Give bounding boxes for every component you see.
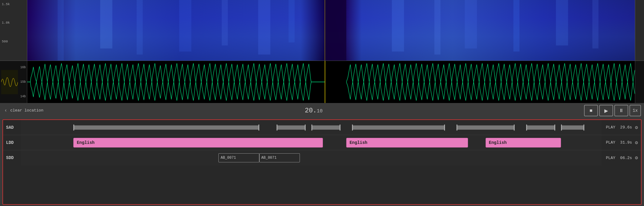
clear-location-label: clear location — [10, 108, 43, 113]
ldd-duration: 31.9s — [618, 140, 632, 145]
speed-badge[interactable]: 1x — [629, 105, 641, 116]
ldd-track[interactable]: English English English — [21, 135, 602, 150]
freq-label-3: 500 — [2, 40, 25, 43]
svg-rect-14 — [556, 0, 568, 45]
ldd-segment-1[interactable]: English — [73, 138, 323, 148]
sdd-segment-2[interactable]: AB_0071 — [259, 153, 300, 162]
sdd-row: SDD AB_0071 AB_0071 PLAY 06.2s ⚙ — [3, 150, 641, 165]
svg-rect-5 — [137, 0, 143, 55]
waveform-sidebar: 16b 15b 14b — [0, 61, 27, 103]
sdd-gear-icon[interactable]: ⚙ — [635, 155, 638, 161]
sad-segment-1 — [73, 125, 259, 130]
stop-icon: ■ — [589, 108, 593, 113]
pause-icon: ⏸ — [619, 108, 624, 113]
ldd-segment-1-text: English — [77, 140, 95, 145]
ldd-segment-3[interactable]: English — [486, 138, 561, 148]
chevron-left-icon: ‹ — [3, 108, 8, 113]
svg-rect-6 — [179, 0, 191, 51]
ldd-gear-icon[interactable]: ⚙ — [635, 140, 638, 146]
spectrogram-canvas[interactable] — [27, 0, 635, 61]
sad-segment-3 — [311, 125, 340, 130]
sad-gear-icon[interactable]: ⚙ — [635, 125, 638, 131]
wave-label-1: 16b — [1, 66, 26, 69]
ldd-label: LDD — [3, 140, 21, 145]
clear-location-button[interactable]: ‹ clear location — [3, 108, 43, 113]
svg-rect-3 — [58, 0, 64, 61]
svg-rect-9 — [289, 0, 295, 42]
sdd-segment-1-text: AB_0071 — [221, 156, 236, 160]
play-icon: ▶ — [604, 108, 608, 114]
time-decimal: 10 — [317, 108, 323, 114]
time-display: 20.10 — [305, 107, 323, 115]
waveform-section: 16b 15b 14b — [0, 61, 644, 103]
spectrogram-sidebar: 1.5k 1.0k 500 — [0, 0, 27, 61]
sad-controls: PLAY 29.6s ⚙ — [602, 125, 641, 131]
svg-rect-7 — [222, 0, 228, 45]
sdd-label: SDD — [3, 155, 21, 160]
freq-label-1: 1.5k — [2, 2, 25, 6]
ldd-segment-3-text: English — [489, 140, 507, 145]
timeline-row: ‹ clear location 20.10 ■ ▶ ⏸ 1x — [0, 103, 644, 118]
sad-segment-5 — [456, 125, 515, 130]
sdd-controls: PLAY 06.2s ⚙ — [602, 155, 641, 161]
sad-segment-7 — [561, 125, 584, 130]
sad-label: SAD — [3, 125, 21, 130]
ldd-segment-2[interactable]: English — [346, 138, 468, 148]
svg-rect-12 — [465, 0, 477, 48]
sad-row: SAD PLAY 29.6s ⚙ — [3, 120, 641, 135]
pause-button[interactable]: ⏸ — [614, 105, 628, 116]
sad-segment-6 — [526, 125, 555, 130]
speed-label: 1x — [633, 108, 638, 113]
svg-rect-20 — [325, 61, 347, 103]
spectrogram-right-sidebar — [635, 0, 644, 61]
waveform-right-sidebar — [635, 61, 644, 103]
svg-rect-17 — [325, 0, 346, 61]
sad-play-button[interactable]: PLAY — [606, 125, 615, 130]
stop-button[interactable]: ■ — [584, 105, 598, 116]
wave-label-3: 14b — [1, 95, 26, 98]
sdd-play-button[interactable]: PLAY — [606, 156, 615, 160]
sad-duration: 29.6s — [618, 125, 632, 130]
ldd-row: LDD English English English PLAY 31.9s ⚙ — [3, 135, 641, 150]
transport-controls: ■ ▶ ⏸ 1x — [584, 105, 641, 116]
spectrogram-svg — [27, 0, 635, 61]
sdd-segment-1[interactable]: AB_0071 — [218, 153, 259, 162]
svg-rect-15 — [593, 0, 599, 48]
sdd-segment-2-text: AB_0071 — [261, 156, 277, 160]
waveform-thumbnail — [1, 70, 18, 94]
timeline-center: 20.10 — [43, 107, 584, 115]
sdd-track[interactable]: AB_0071 AB_0071 — [21, 150, 602, 165]
svg-rect-10 — [392, 0, 404, 51]
svg-rect-13 — [513, 0, 520, 51]
svg-rect-11 — [434, 0, 440, 55]
spectrogram-section: 1.5k 1.0k 500 — [0, 0, 644, 61]
sad-track[interactable] — [21, 120, 602, 135]
svg-rect-8 — [258, 0, 270, 55]
annotations-section: SAD PLAY 29.6s ⚙ LDD English English — [2, 119, 642, 205]
sad-segment-2 — [277, 125, 306, 130]
sdd-duration: 06.2s — [618, 156, 632, 160]
freq-labels: 1.5k 1.0k 500 — [2, 1, 25, 59]
ldd-segment-2-text: English — [350, 140, 367, 145]
play-button[interactable]: ▶ — [599, 105, 613, 116]
svg-rect-4 — [100, 0, 112, 48]
sad-segment-4 — [352, 125, 445, 130]
time-main: 20. — [305, 107, 317, 115]
ldd-play-button[interactable]: PLAY — [606, 140, 615, 145]
freq-label-2: 1.0k — [2, 21, 25, 25]
waveform-canvas[interactable] — [27, 61, 635, 103]
waveform-svg — [27, 61, 635, 103]
ldd-controls: PLAY 31.9s ⚙ — [602, 140, 641, 146]
